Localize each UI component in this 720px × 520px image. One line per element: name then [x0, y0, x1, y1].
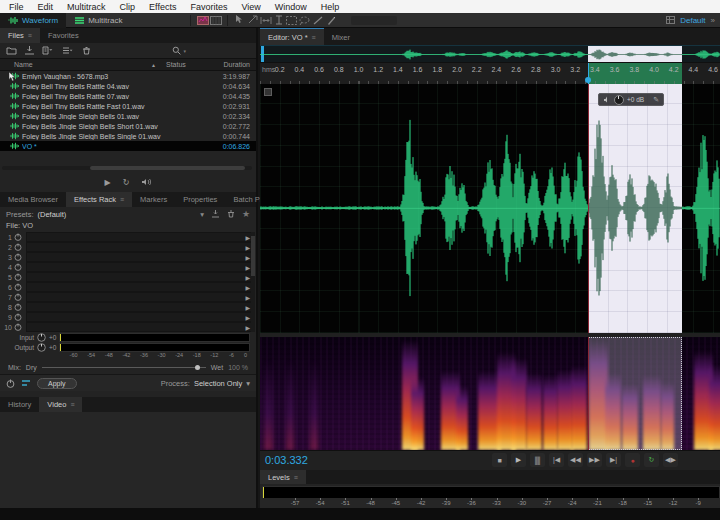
slot-lane[interactable]: ▶	[26, 322, 253, 332]
open-file-icon[interactable]	[6, 46, 17, 55]
slot-power-icon[interactable]	[12, 283, 24, 291]
effect-slot[interactable]: 6▶	[0, 282, 256, 292]
column-duration[interactable]: Duration	[200, 61, 256, 68]
workspace-grid-icon[interactable]	[666, 16, 675, 24]
waveform-overview-strip[interactable]	[260, 45, 720, 63]
record-button[interactable]: ●	[625, 453, 640, 467]
column-status[interactable]: Status	[166, 61, 200, 68]
tab-media-browser[interactable]: Media Browser	[0, 192, 66, 207]
menu-window[interactable]: Window	[268, 2, 314, 12]
scrollbar-thumb[interactable]	[251, 236, 255, 276]
slot-lane[interactable]: ▶	[26, 232, 253, 242]
file-row[interactable]: Emlyn Vaughan - 5678.mp33:19.987	[0, 71, 256, 81]
multitrack-view-button[interactable]: Multitrack	[66, 13, 130, 28]
line-tool-icon[interactable]	[311, 15, 324, 26]
preset-value[interactable]: (Default)	[38, 210, 67, 219]
preset-dropdown-caret[interactable]: ▾	[200, 210, 204, 219]
spectral-display[interactable]	[260, 337, 720, 450]
panel-menu-icon[interactable]: ≡	[312, 34, 316, 41]
time-selection-tool-icon[interactable]	[272, 15, 285, 26]
menu-file[interactable]: File	[2, 2, 31, 12]
slot-power-icon[interactable]	[12, 243, 24, 251]
file-row[interactable]: Foley Bell Tiny Bells Rattle Fast 01.wav…	[0, 101, 256, 111]
marquee-selection-tool-icon[interactable]	[285, 15, 298, 26]
tab-levels[interactable]: Levels ≡	[260, 470, 306, 484]
effect-slot[interactable]: 3▶	[0, 252, 256, 262]
slot-power-icon[interactable]	[12, 303, 24, 311]
scrollbar-thumb[interactable]	[90, 166, 245, 170]
lasso-selection-tool-icon[interactable]	[298, 15, 311, 26]
import-file-icon[interactable]	[24, 46, 35, 55]
slot-lane[interactable]: ▶	[26, 292, 253, 302]
tab-properties[interactable]: Properties	[175, 192, 225, 207]
slot-lane[interactable]: ▶	[26, 302, 253, 312]
save-preset-icon[interactable]	[211, 210, 220, 218]
file-row[interactable]: VO *0:06.826	[0, 141, 256, 151]
insert-multitrack-icon[interactable]	[62, 46, 75, 55]
panel-menu-icon[interactable]: ≡	[294, 474, 298, 481]
delete-preset-icon[interactable]	[227, 210, 235, 218]
menu-clip[interactable]: Clip	[113, 2, 143, 12]
effect-slot[interactable]: 1▶	[0, 232, 256, 242]
volume-knob[interactable]	[614, 95, 624, 105]
slot-power-icon[interactable]	[12, 323, 24, 331]
menu-view[interactable]: View	[234, 2, 267, 12]
rack-scrollbar[interactable]	[251, 232, 255, 332]
mix-slider-handle[interactable]	[195, 365, 200, 370]
panel-menu-icon[interactable]: ≡	[70, 401, 74, 408]
panel-menu-icon[interactable]: ≡	[28, 32, 32, 39]
apply-button[interactable]: Apply	[37, 378, 77, 389]
slip-tool-icon[interactable]	[259, 15, 272, 26]
edit-pencil-icon[interactable]: ✎	[653, 96, 659, 104]
slot-lane[interactable]: ▶	[26, 272, 253, 282]
tab-favorites[interactable]: Favorites	[40, 28, 87, 43]
file-row[interactable]: Foley Bell Tiny Bells Rattle 07.wav0:04.…	[0, 91, 256, 101]
effect-slot[interactable]: 7▶	[0, 292, 256, 302]
waveform-selection[interactable]	[588, 84, 682, 333]
slot-power-icon[interactable]	[12, 293, 24, 301]
process-dropdown[interactable]: Selection Only	[194, 379, 242, 388]
paintbrush-tool-icon[interactable]	[324, 15, 337, 26]
skip-to-end-button[interactable]: ▶|	[606, 453, 621, 467]
menu-multitrack[interactable]: Multitrack	[60, 2, 113, 12]
timeline-ruler[interactable]: hms 0.20.40.60.81.01.21.41.61.82.02.22.4…	[260, 62, 720, 85]
stop-button[interactable]: ■	[492, 453, 507, 467]
tab-history[interactable]: History	[0, 397, 39, 412]
files-column-header[interactable]: Name ▴ Status Duration	[0, 58, 256, 71]
input-knob[interactable]	[37, 333, 46, 342]
menu-favorites[interactable]: Favorites	[183, 2, 234, 12]
tab-editor[interactable]: Editor: VO * ≡	[260, 28, 324, 45]
slot-power-icon[interactable]	[12, 313, 24, 321]
slot-power-icon[interactable]	[12, 253, 24, 261]
panel-menu-icon[interactable]: ≡	[120, 196, 124, 203]
spectral-selection[interactable]	[588, 337, 682, 450]
preview-loop-icon[interactable]: ↻	[123, 178, 130, 187]
current-time-indicator[interactable]	[588, 337, 589, 450]
tab-mixer[interactable]: Mixer	[324, 29, 358, 45]
effect-slot[interactable]: 5▶	[0, 272, 256, 282]
volume-hud[interactable]: +0 dB ✎	[598, 93, 664, 106]
effect-slot[interactable]: 4▶	[0, 262, 256, 272]
waveform-display[interactable]: +0 dB ✎	[260, 84, 720, 333]
playhead-handle[interactable]	[585, 77, 591, 83]
file-row[interactable]: Foley Bells Jingle Sleigh Bells Single 0…	[0, 131, 256, 141]
rewind-button[interactable]: ◀◀	[568, 453, 583, 467]
menu-edit[interactable]: Edit	[31, 2, 61, 12]
tab-files[interactable]: Files ≡	[0, 28, 40, 43]
process-dropdown-caret[interactable]: ▾	[246, 379, 250, 388]
effect-slot[interactable]: 9▶	[0, 312, 256, 322]
file-row[interactable]: Foley Bells Jingle Sleigh Bells Short 01…	[0, 121, 256, 131]
file-row[interactable]: Foley Bell Tiny Bells Rattle 04.wav0:04.…	[0, 81, 256, 91]
preview-play-icon[interactable]: ▶	[105, 178, 111, 187]
mix-slider[interactable]	[42, 367, 206, 368]
slot-lane[interactable]: ▶	[26, 242, 253, 252]
effect-slot[interactable]: 2▶	[0, 242, 256, 252]
favorite-star-icon[interactable]: ★	[242, 209, 250, 219]
workspace-overflow-chevron[interactable]: »	[711, 16, 715, 25]
preview-autoplay-icon[interactable]	[141, 178, 151, 186]
delete-file-icon[interactable]	[82, 46, 91, 55]
rack-power-icon[interactable]	[6, 379, 15, 388]
pause-button[interactable]: ▐▌	[530, 453, 545, 467]
menu-help[interactable]: Help	[314, 2, 347, 12]
effect-slot[interactable]: 10▶	[0, 322, 256, 332]
